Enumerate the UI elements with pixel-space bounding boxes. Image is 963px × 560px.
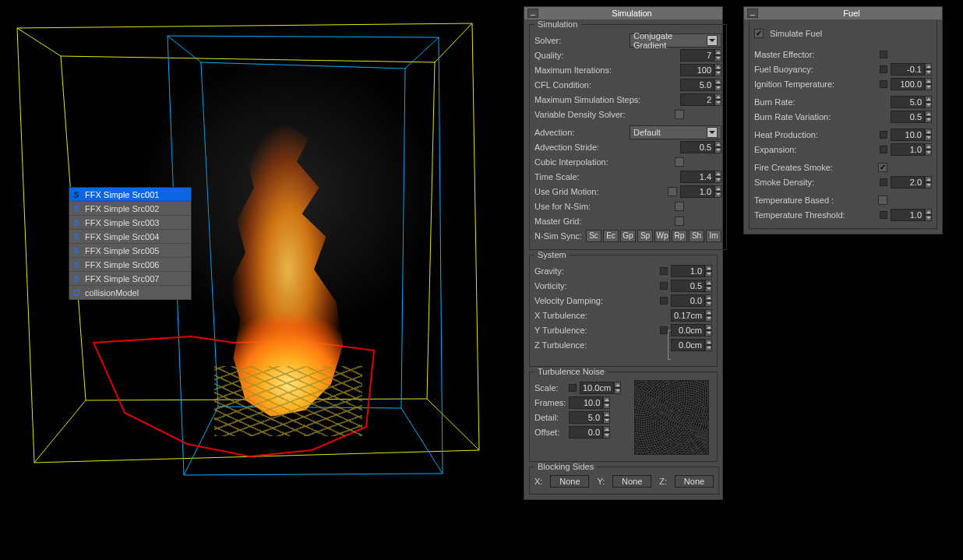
collapse-icon[interactable]: –: [747, 9, 758, 18]
veldamp-input[interactable]: [671, 294, 705, 307]
tempthresh-spinner[interactable]: [891, 209, 932, 221]
spinner-up-icon[interactable]: [714, 171, 721, 177]
block-x-dropdown[interactable]: None: [550, 475, 589, 488]
tn-frames-spinner[interactable]: [569, 396, 610, 409]
gridmotion-spinner[interactable]: [680, 185, 721, 198]
advstride-spinner[interactable]: [680, 141, 721, 153]
tn-detail-input[interactable]: [569, 411, 603, 424]
heatprod-spinner[interactable]: [891, 129, 932, 141]
list-item[interactable]: S FFX Simple Src005: [69, 244, 191, 258]
mastergrid-checkbox[interactable]: [675, 217, 684, 226]
quality-input[interactable]: [680, 49, 714, 62]
spinner-up-icon[interactable]: [614, 382, 621, 388]
burnvar-input[interactable]: [891, 111, 925, 123]
spinner-up-icon[interactable]: [714, 64, 721, 70]
burnvar-spinner[interactable]: [891, 111, 932, 123]
vardens-checkbox[interactable]: [675, 110, 684, 119]
list-item[interactable]: S FFX Simple Src003: [69, 216, 191, 230]
zturb-spinner[interactable]: [671, 339, 712, 351]
panel-titlebar[interactable]: – Fuel: [744, 7, 942, 19]
list-item[interactable]: S FFX Simple Src002: [69, 202, 191, 216]
tn-detail-spinner[interactable]: [569, 411, 610, 424]
xturb-input[interactable]: [671, 309, 705, 322]
anim-toggle[interactable]: [880, 178, 887, 186]
spinner-up-icon[interactable]: [714, 93, 721, 100]
gridmotion-input[interactable]: [680, 185, 714, 198]
veldamp-spinner[interactable]: [671, 294, 712, 307]
xturb-spinner[interactable]: [671, 309, 712, 322]
maxsteps-input[interactable]: [680, 93, 714, 106]
anim-toggle[interactable]: [880, 131, 887, 139]
spinner-down-icon[interactable]: [705, 315, 712, 322]
simulate-fuel-checkbox[interactable]: [754, 29, 764, 38]
tn-offset-spinner[interactable]: [569, 426, 610, 438]
cfl-spinner[interactable]: [680, 79, 721, 91]
nsim-btn-im[interactable]: Im: [706, 230, 721, 242]
maxiter-spinner[interactable]: [680, 64, 721, 76]
spinner-down-icon[interactable]: [705, 301, 712, 307]
spinner-down-icon[interactable]: [714, 55, 721, 62]
timescale-input[interactable]: [680, 171, 714, 183]
zturb-input[interactable]: [671, 339, 705, 351]
nsim-btn-gp[interactable]: Gp: [620, 230, 636, 242]
anim-toggle[interactable]: [880, 80, 887, 88]
collapse-icon[interactable]: –: [527, 9, 538, 18]
spinner-up-icon[interactable]: [705, 294, 712, 301]
spinner-down-icon[interactable]: [714, 192, 721, 198]
panel-titlebar[interactable]: – Simulation: [524, 7, 722, 19]
spinner-down-icon[interactable]: [925, 69, 932, 76]
tn-scale-spinner[interactable]: [580, 382, 621, 394]
spinner-up-icon[interactable]: [714, 79, 721, 85]
advection-dropdown[interactable]: Default: [630, 125, 721, 139]
burnrate-input[interactable]: [891, 96, 925, 108]
nsim-btn-sp[interactable]: Sp: [637, 230, 653, 242]
vorticity-input[interactable]: [671, 280, 705, 292]
spinner-down-icon[interactable]: [714, 147, 721, 153]
tn-frames-input[interactable]: [569, 396, 603, 409]
yturb-input[interactable]: [671, 324, 705, 336]
anim-toggle[interactable]: [660, 282, 668, 290]
tn-offset-input[interactable]: [569, 426, 603, 438]
expansion-spinner[interactable]: [891, 143, 932, 156]
heatprod-input[interactable]: [891, 129, 925, 141]
nsim-btn-sc[interactable]: Sc: [586, 230, 601, 242]
spinner-up-icon[interactable]: [925, 176, 932, 182]
spinner-down-icon[interactable]: [925, 84, 932, 90]
spinner-up-icon[interactable]: [705, 280, 712, 286]
spinner-down-icon[interactable]: [925, 117, 932, 123]
list-item[interactable]: S FFX Simple Src004: [69, 230, 191, 244]
spinner-up-icon[interactable]: [925, 209, 932, 215]
viewport[interactable]: S FFX Simple Src001 S FFX Simple Src002 …: [0, 0, 514, 560]
anim-toggle[interactable]: [880, 211, 887, 219]
spinner-up-icon[interactable]: [705, 339, 712, 345]
spinner-down-icon[interactable]: [714, 100, 721, 106]
spinner-up-icon[interactable]: [603, 396, 610, 403]
spinner-up-icon[interactable]: [925, 129, 932, 135]
nsim-checkbox[interactable]: [675, 202, 684, 211]
solver-dropdown[interactable]: Conjugate Gradient: [630, 33, 721, 48]
buoyancy-spinner[interactable]: [891, 63, 932, 76]
anim-toggle[interactable]: [880, 51, 887, 58]
anim-toggle[interactable]: [880, 146, 887, 153]
gravity-spinner[interactable]: [671, 265, 712, 277]
maxiter-input[interactable]: [680, 64, 714, 76]
expansion-input[interactable]: [891, 143, 925, 156]
buoyancy-input[interactable]: [891, 63, 925, 76]
anim-toggle[interactable]: [660, 267, 668, 275]
nsim-btn-sh[interactable]: Sh: [689, 230, 704, 242]
list-item[interactable]: S FFX Simple Src007: [69, 272, 191, 286]
nsim-btn-rp[interactable]: Rp: [672, 230, 687, 242]
anim-toggle[interactable]: [569, 384, 577, 392]
spinner-up-icon[interactable]: [925, 63, 932, 69]
spinner-up-icon[interactable]: [714, 185, 721, 192]
spinner-up-icon[interactable]: [603, 411, 610, 417]
spinner-down-icon[interactable]: [603, 432, 610, 438]
firecreates-checkbox[interactable]: [878, 163, 887, 172]
smokedens-spinner[interactable]: [891, 176, 932, 188]
spinner-up-icon[interactable]: [714, 49, 721, 55]
chevron-down-icon[interactable]: [707, 127, 718, 138]
timescale-spinner[interactable]: [680, 171, 721, 183]
spinner-down-icon[interactable]: [705, 286, 712, 292]
list-item[interactable]: S FFX Simple Src001: [69, 188, 191, 202]
tn-scale-input[interactable]: [580, 382, 614, 394]
